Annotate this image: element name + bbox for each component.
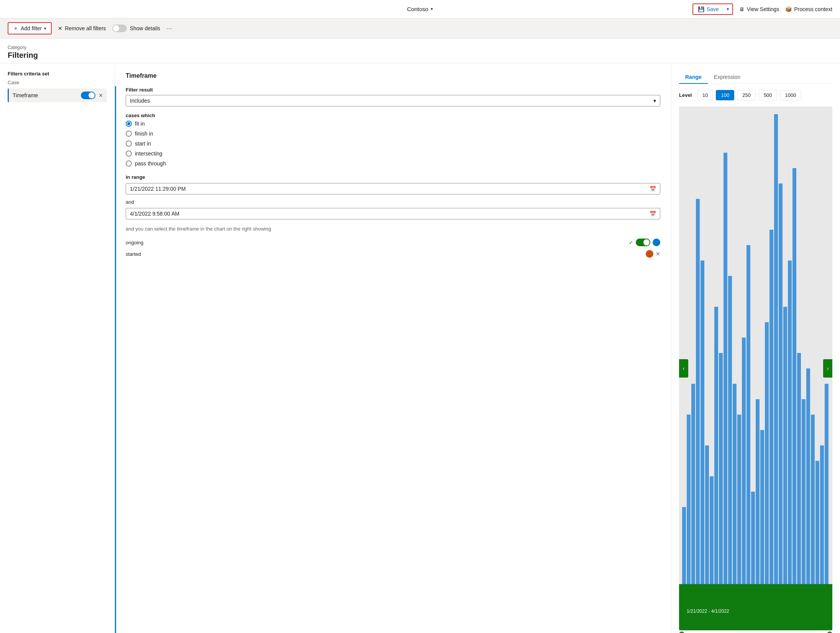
level-btn-250[interactable]: 250 [737,90,756,100]
toggle-knob [113,25,119,31]
svg-rect-19 [765,322,769,615]
radio-start-in[interactable]: start in [126,141,660,147]
timeframe-title: Timeframe [126,72,660,79]
process-context-action[interactable]: 📦 Process context [785,6,832,12]
svg-rect-10 [724,153,727,615]
remove-all-filters-label: Remove all filters [65,25,106,31]
chart-date-label: 1/21/2022 - 4/1/2022 [684,607,732,615]
radio-label-pass-through: pass through [135,160,166,167]
process-context-label: Process context [794,6,832,12]
chart-nav-right-button[interactable]: › [823,359,832,378]
calendar-icon: 📅 [650,186,656,192]
svg-rect-22 [779,183,783,615]
filter-result-value: Includes [130,98,150,104]
ongoing-toggle-row: ongoing ✓ [126,239,660,246]
level-500-label: 500 [764,92,772,98]
svg-rect-27 [802,399,806,615]
started-controls: ✕ [646,250,660,258]
level-10-label: 10 [702,92,708,98]
level-250-label: 250 [742,92,751,98]
slider-thumb-left[interactable] [679,631,684,633]
filter-item-label: Timeframe [13,92,38,98]
ongoing-color-indicator [653,239,660,246]
top-nav-actions: 💾 Save ▾ 🖥 View Settings 📦 Process conte… [692,3,832,15]
calendar-icon-end: 📅 [650,211,656,217]
ongoing-check-icon: ✓ [629,239,633,245]
end-date-input[interactable]: 4/1/2022 9:58:00 AM 📅 [126,208,660,219]
svg-rect-20 [769,230,773,615]
middle-panel: Timeframe Filter result Includes ▾ cases… [115,63,671,633]
level-btn-10[interactable]: 10 [697,90,713,100]
level-100-label: 100 [721,92,729,98]
svg-rect-15 [746,245,750,615]
slider-thumb-right[interactable] [827,631,832,633]
add-filter-label: Add filter [21,25,42,31]
tab-range-label: Range [685,74,702,80]
level-btn-500[interactable]: 500 [759,90,777,100]
tab-range[interactable]: Range [679,71,708,84]
radio-finish-in[interactable]: finish in [126,131,660,137]
ongoing-toggle[interactable] [636,239,650,246]
svg-rect-25 [792,168,796,615]
more-options-button[interactable]: ··· [166,25,172,33]
process-context-icon: 📦 [785,6,792,12]
ongoing-label: ongoing [126,240,143,245]
ongoing-controls: ✓ [629,239,660,246]
save-dropdown-button[interactable]: ▾ [724,4,732,14]
radio-circle-intersecting [126,150,132,157]
radio-fit-in[interactable]: fit in [126,121,660,127]
org-selector[interactable]: Contoso ▾ [407,6,433,12]
bar-chart [679,106,832,630]
plus-icon: ＋ [13,25,18,32]
org-name: Contoso [407,6,428,12]
add-filter-button[interactable]: ＋ Add filter ▾ [8,22,52,34]
svg-rect-24 [788,260,792,615]
svg-rect-9 [719,353,723,615]
started-remove-icon[interactable]: ✕ [656,251,660,257]
radio-circle-pass-through [126,160,132,167]
left-panel: Filters criteria set Case Timeframe ✕ [0,63,115,633]
page-header: Category Filtering [0,39,840,63]
radio-label-finish-in: finish in [135,131,153,137]
level-label: Level [679,92,694,98]
level-btn-100[interactable]: 100 [716,90,734,100]
radio-label-fit-in: fit in [135,121,145,127]
svg-rect-11 [728,276,732,615]
remove-icon: ✕ [58,25,62,31]
save-button[interactable]: 💾 Save [693,4,724,14]
radio-circle-fit-in [126,121,132,127]
radio-pass-through[interactable]: pass through [126,160,660,167]
svg-rect-23 [783,307,787,615]
show-details-toggle[interactable] [112,25,127,32]
filter-result-dropdown[interactable]: Includes ▾ [126,95,660,106]
main-content: Filters criteria set Case Timeframe ✕ Ti… [0,63,840,633]
radio-group: fit in finish in start in intersecting p… [126,121,660,167]
radio-intersecting[interactable]: intersecting [126,150,660,157]
start-date-input[interactable]: 1/21/2022 11:29:00 PM 📅 [126,183,660,195]
chart-container[interactable]: 1/21/2022 - 4/1/2022 ‹ › [679,106,832,630]
ongoing-toggle-knob [643,239,650,245]
radio-label-intersecting: intersecting [135,150,162,157]
svg-rect-8 [714,307,718,615]
started-label: started [126,251,141,257]
save-icon: 💾 [698,6,704,12]
radio-label-start-in: start in [135,141,151,147]
started-color-indicator [646,250,653,258]
filter-toggle-knob [89,92,95,98]
chart-nav-left-button[interactable]: ‹ [679,359,688,378]
started-toggle-row: started ✕ [126,250,660,258]
view-settings-action[interactable]: 🖥 View Settings [739,6,779,12]
svg-rect-32 [825,384,829,615]
level-btn-1000[interactable]: 1000 [780,90,801,100]
remove-all-filters-button[interactable]: ✕ Remove all filters [58,25,106,31]
svg-rect-3 [691,384,695,615]
filter-toggle[interactable] [81,92,95,99]
page-title: Filtering [8,51,832,60]
show-details-wrap: Show details [112,25,160,32]
filter-remove-icon[interactable]: ✕ [98,92,103,98]
tab-expression[interactable]: Expression [708,71,746,84]
svg-rect-5 [701,260,704,615]
hint-text: and you can select the timeframe in the … [126,226,660,232]
top-nav: Contoso ▾ 💾 Save ▾ 🖥 View Settings 📦 Pro… [0,0,840,18]
filter-result-label: Filter result [126,87,660,93]
